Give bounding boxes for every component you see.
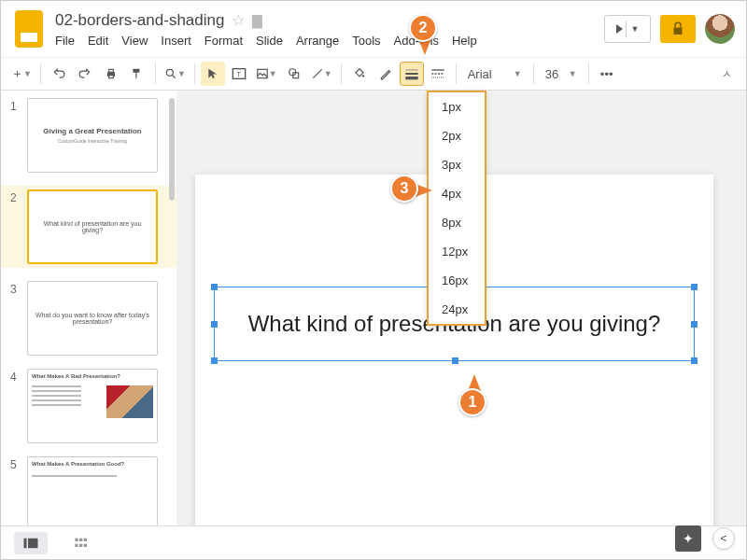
fill-color-button[interactable] <box>347 62 372 86</box>
thumb-body: What do you want to know after today's p… <box>32 312 153 325</box>
print-button[interactable] <box>99 62 123 86</box>
side-panel-toggle[interactable]: < <box>712 527 735 550</box>
paint-format-button[interactable] <box>125 62 149 86</box>
menu-bar: File Edit View Insert Format Slide Arran… <box>55 34 604 48</box>
menu-view[interactable]: View <box>121 34 148 48</box>
slide-thumbnail-3[interactable]: What do you want to know after today's p… <box>27 281 158 356</box>
border-weight-dropdown: 1px 2px 3px 4px 8px 12px 16px 24px <box>427 91 486 326</box>
font-name: Arial <box>468 67 492 81</box>
grid-view-button[interactable] <box>64 532 98 554</box>
svg-rect-24 <box>79 538 82 540</box>
line-tool[interactable]: ▼ <box>308 62 335 86</box>
undo-button[interactable] <box>47 62 71 86</box>
border-weight-option[interactable]: 3px <box>429 150 485 179</box>
main-area: 1 Giving a Great Presentation CustomGuid… <box>1 91 746 525</box>
move-folder-icon[interactable]: ▇ <box>252 13 262 28</box>
menu-help[interactable]: Help <box>452 34 477 48</box>
border-weight-option[interactable]: 4px <box>429 179 485 208</box>
menu-insert[interactable]: Insert <box>161 34 191 48</box>
svg-rect-26 <box>75 543 78 546</box>
svg-rect-27 <box>79 543 82 546</box>
border-color-button[interactable] <box>374 62 398 86</box>
slide-thumbnail-4[interactable]: What Makes A Bad Presentation? <box>27 369 158 443</box>
svg-rect-23 <box>75 538 78 540</box>
user-avatar[interactable] <box>705 14 735 44</box>
svg-rect-3 <box>109 76 114 78</box>
play-icon <box>616 24 623 34</box>
toolbar: ＋▼ ▼ T ▼ ▼ Arial▼ 36▼ ••• ㅅ <box>1 57 746 91</box>
svg-rect-2 <box>109 69 114 72</box>
font-size: 36 <box>545 67 558 81</box>
menu-slide[interactable]: Slide <box>256 34 283 48</box>
collapse-toolbar-button[interactable]: ㅅ <box>714 62 739 86</box>
svg-point-14 <box>362 75 364 77</box>
menu-tools[interactable]: Tools <box>352 34 380 48</box>
font-size-select[interactable]: 36▼ <box>540 62 583 86</box>
document-title[interactable]: 02-borders-and-shading <box>55 11 224 30</box>
svg-rect-4 <box>133 69 139 73</box>
border-weight-option[interactable]: 16px <box>429 266 485 295</box>
border-weight-option[interactable]: 12px <box>429 237 485 266</box>
panel-scrollbar[interactable] <box>169 98 175 201</box>
select-tool[interactable] <box>201 62 225 86</box>
slide-thumbnail-1[interactable]: Giving a Great Presentation CustomGuide … <box>27 98 158 173</box>
resize-handle[interactable] <box>691 321 698 328</box>
slide-number: 1 <box>10 98 21 113</box>
border-weight-option[interactable]: 2px <box>429 121 485 150</box>
resize-handle[interactable] <box>452 357 458 364</box>
svg-line-13 <box>313 69 321 77</box>
title-area: 02-borders-and-shading ☆ ▇ File Edit Vie… <box>55 11 604 48</box>
border-weight-option[interactable]: 24px <box>429 295 485 324</box>
present-button[interactable]: ▼ <box>604 15 651 43</box>
footer: ✦ < <box>1 525 746 559</box>
share-button[interactable] <box>660 15 696 43</box>
slide-thumbnail-5[interactable]: What Makes A Presentation Good? <box>27 456 158 525</box>
menu-format[interactable]: Format <box>204 34 243 48</box>
menu-arrange[interactable]: Arrange <box>296 34 339 48</box>
slide-number: 4 <box>10 369 21 384</box>
slide-number: 5 <box>10 456 21 471</box>
redo-button[interactable] <box>73 62 97 86</box>
shape-tool[interactable] <box>282 62 306 86</box>
new-slide-button[interactable]: ＋▼ <box>8 62 35 86</box>
svg-rect-28 <box>84 543 87 546</box>
header: 02-borders-and-shading ☆ ▇ File Edit Vie… <box>1 1 746 57</box>
thumb-title: What Makes A Presentation Good? <box>32 461 124 467</box>
more-tools-button[interactable]: ••• <box>595 62 619 86</box>
thumb-body: What kind of presentation are you giving… <box>33 220 152 233</box>
thumb-title: What Makes A Bad Presentation? <box>32 373 120 379</box>
svg-rect-0 <box>674 28 683 35</box>
app-logo[interactable] <box>12 7 46 50</box>
resize-handle[interactable] <box>211 284 218 290</box>
resize-handle[interactable] <box>211 321 218 328</box>
svg-rect-25 <box>84 538 87 540</box>
present-dropdown-icon[interactable]: ▼ <box>626 21 640 37</box>
resize-handle[interactable] <box>691 357 698 364</box>
resize-handle[interactable] <box>211 357 218 364</box>
font-select[interactable]: Arial▼ <box>462 62 528 86</box>
callout-1: 1 <box>458 388 486 416</box>
svg-line-7 <box>173 76 176 78</box>
svg-rect-22 <box>28 538 38 548</box>
menu-file[interactable]: File <box>55 34 75 48</box>
callout-3: 3 <box>390 175 418 203</box>
filmstrip-view-button[interactable] <box>14 532 48 554</box>
callout-2: 2 <box>409 14 437 42</box>
textbox-tool[interactable]: T <box>227 62 251 86</box>
slide-number: 2 <box>10 189 21 204</box>
border-weight-option[interactable]: 1px <box>429 92 485 121</box>
svg-rect-5 <box>135 73 136 78</box>
menu-edit[interactable]: Edit <box>88 34 108 48</box>
svg-text:T: T <box>236 70 241 78</box>
thumb-title: Giving a Great Presentation <box>43 127 141 135</box>
star-icon[interactable]: ☆ <box>232 11 245 29</box>
image-tool[interactable]: ▼ <box>253 62 280 86</box>
border-weight-option[interactable]: 8px <box>429 208 485 237</box>
resize-handle[interactable] <box>691 284 698 290</box>
slide-thumbnail-2[interactable]: What kind of presentation are you giving… <box>27 189 158 264</box>
border-weight-button[interactable] <box>400 62 424 86</box>
explore-button[interactable]: ✦ <box>675 525 701 552</box>
border-dash-button[interactable] <box>426 62 450 86</box>
zoom-button[interactable]: ▼ <box>162 62 189 86</box>
slide-panel[interactable]: 1 Giving a Great Presentation CustomGuid… <box>1 91 176 525</box>
